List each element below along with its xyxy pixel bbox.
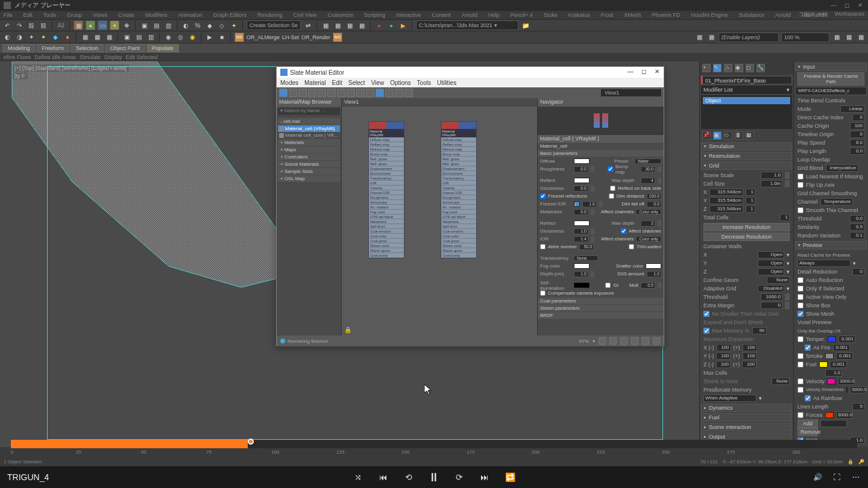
create-sphere-icon[interactable]: ● — [86, 20, 95, 30]
status-key-icon[interactable]: 🔑 — [858, 459, 864, 465]
slate-t3-icon[interactable] — [298, 89, 307, 97]
redo-icon[interactable]: ↷ — [14, 20, 24, 30]
next-track-icon[interactable]: ⏭ — [479, 472, 490, 483]
ribbon-subtab[interactable]: Define Idle Areas — [35, 54, 77, 60]
ms2-icon[interactable]: MS — [333, 33, 342, 42]
slate-mat-group[interactable]: - cell.mat — [278, 118, 340, 125]
more-icon[interactable]: ⋯ — [851, 472, 861, 482]
layer2-icon[interactable]: ▦ — [706, 33, 716, 42]
slate-zoom-icon[interactable] — [599, 337, 606, 345]
layers-dd[interactable]: (Enable Layers) — [719, 33, 779, 42]
ribbon-tab[interactable]: Selection — [71, 44, 104, 52]
display-tab-icon[interactable]: ◻ — [746, 64, 754, 72]
preview-cache-button[interactable]: Preview & Render Cache Path — [797, 72, 864, 86]
slate-menu-item[interactable]: Material — [304, 80, 326, 86]
menu-item[interactable]: Houdini Engine — [691, 12, 728, 18]
create-light-icon[interactable]: ✦ — [110, 20, 119, 30]
t2f-icon[interactable]: ● — [63, 33, 72, 42]
increase-res-button[interactable]: Increase Resolution — [703, 223, 790, 231]
slate-maximize-icon[interactable]: ◻ — [640, 68, 648, 75]
rollout-simulation[interactable]: Simulation — [701, 142, 792, 151]
project-path[interactable]: C:\Users\pran...\3ds Max 2021 ▾ — [416, 20, 518, 30]
slate-titlebar[interactable]: Slate Material Editor — ◻ ✕ — [277, 67, 664, 78]
fullscreen-icon[interactable]: ⛶ — [832, 472, 841, 482]
slate-section-coat[interactable]: Coat parameters — [538, 298, 664, 304]
menu-item[interactable]: Pencil+ 4 — [511, 12, 533, 18]
ribbon-tab[interactable]: Freeform — [37, 44, 70, 52]
cache-path-field[interactable]: WRFX-CACHE03\effects_c — [795, 87, 867, 95]
slate-view-dropdown[interactable]: View1 — [601, 89, 661, 96]
rollout-scene-int[interactable]: Scene Interaction — [701, 423, 792, 431]
menu-item[interactable]: Scripting — [364, 12, 385, 18]
rollout-grid[interactable]: Grid — [701, 161, 792, 170]
slate-canvas[interactable]: View1 MaterialVRayMtlDiffuse mapReflect … — [342, 98, 537, 336]
stack-unique-icon[interactable]: ◇ — [724, 131, 732, 140]
mat-editor-icon[interactable]: ● — [374, 20, 384, 30]
modifier-stack[interactable]: Object — [701, 95, 792, 129]
t2m-icon[interactable]: ◉ — [163, 33, 173, 42]
menu-item[interactable]: Help — [488, 12, 500, 18]
undo-icon[interactable]: ↶ — [2, 20, 12, 30]
rb1[interactable]: OR_ALMerge — [247, 34, 280, 40]
menu-item[interactable]: Edit — [24, 12, 33, 18]
menu-item[interactable]: Substance — [738, 12, 764, 18]
slate-select-icon[interactable] — [279, 89, 288, 97]
rollout-fuel[interactable]: Fuel — [701, 413, 792, 422]
ribbon-subtab[interactable]: efine Flows — [4, 54, 31, 60]
menu-item[interactable]: Arnold — [775, 12, 791, 18]
material-node[interactable]: MaterialVRayMtlDiffuse mapReflect mapRef… — [368, 121, 404, 258]
slate-menu-item[interactable]: Tools — [417, 80, 431, 86]
rollout-input[interactable]: Input — [795, 63, 867, 71]
t2o-icon[interactable]: ◉ — [187, 33, 197, 42]
workspace-menu[interactable]: Workspaces — [835, 11, 864, 19]
browse-icon[interactable]: 📁 — [521, 20, 530, 30]
stack-object[interactable]: Object — [703, 97, 790, 104]
slate-section-sheen[interactable]: Sheen parameters — [538, 305, 664, 311]
rollout-dynamics[interactable]: Dynamics — [701, 404, 792, 412]
select-all-icon[interactable]: All — [56, 20, 66, 30]
hierarchy-tab-icon[interactable]: ⛬ — [724, 64, 732, 72]
rewind-icon[interactable]: ⟲ — [403, 472, 414, 483]
misc3-icon[interactable]: ✦ — [229, 20, 239, 30]
move-icon[interactable]: ✥ — [122, 20, 131, 30]
l2-icon[interactable]: ▦ — [844, 33, 854, 42]
menu-item[interactable]: Create — [118, 12, 134, 18]
menu-item[interactable]: Stoke — [544, 12, 558, 18]
decrease-res-button[interactable]: Decrease Resolution — [703, 233, 790, 241]
slate-search-input[interactable]: ▾ Search by Name ... — [278, 108, 340, 115]
ribbon-tab[interactable]: Populate — [146, 44, 179, 52]
percent-snap-icon[interactable]: % — [193, 20, 203, 30]
unlink-icon[interactable]: ⛓ — [39, 20, 48, 30]
menu-item[interactable]: Interactive — [396, 12, 421, 18]
prev-track-icon[interactable]: ⏮ — [378, 472, 389, 483]
t2g-icon[interactable]: ▦ — [80, 33, 90, 42]
slate-menu-item[interactable]: Select — [348, 80, 365, 86]
stack-config-icon[interactable]: ▦ — [746, 131, 754, 140]
snap-icon[interactable]: ▣ — [139, 20, 149, 30]
render-icon[interactable]: ▶ — [398, 20, 408, 30]
slate-t6-icon[interactable] — [327, 89, 336, 97]
rollout-preview[interactable]: Preview — [795, 241, 867, 249]
mirror-icon[interactable]: ⇄ — [303, 20, 313, 30]
menu-item[interactable]: Phoenix FD — [652, 12, 680, 18]
ribbon-subtab[interactable]: Edit Selected — [126, 54, 158, 60]
slate-t14-icon[interactable] — [404, 89, 413, 97]
workspace-user[interactable]: 二階川 大輔 — [799, 11, 828, 19]
snap2-icon[interactable]: ▤ — [151, 20, 161, 30]
slate-param-header[interactable]: Material_cell ( VRayMtl ) — [538, 134, 664, 143]
status-lock-icon[interactable]: 🔒 — [848, 459, 854, 465]
rb3[interactable]: OR_Render — [301, 34, 330, 40]
rollout-resim[interactable]: Resimulation — [701, 152, 792, 160]
menu-item[interactable]: Arnold — [462, 12, 477, 18]
slate-mat-item[interactable]: Material_cell (VRayMtl) — [278, 125, 340, 132]
stack-pin-icon[interactable]: 📌 — [702, 131, 711, 140]
material-node[interactable]: MaterialVRayMtlDiffuse mapReflect mapRef… — [441, 121, 477, 258]
modifier-list[interactable]: Modifier List▾ — [701, 86, 792, 94]
time-thumb[interactable] — [248, 439, 254, 445]
maximize-icon[interactable]: ◻ — [843, 1, 851, 8]
t2j-icon[interactable]: ▣ — [122, 33, 131, 42]
modify-tab-icon[interactable]: ✎ — [713, 64, 722, 72]
misc2-icon[interactable]: ◇ — [217, 20, 227, 30]
t2c-icon[interactable]: ✦ — [27, 33, 36, 42]
close-icon[interactable]: ✕ — [856, 1, 864, 8]
